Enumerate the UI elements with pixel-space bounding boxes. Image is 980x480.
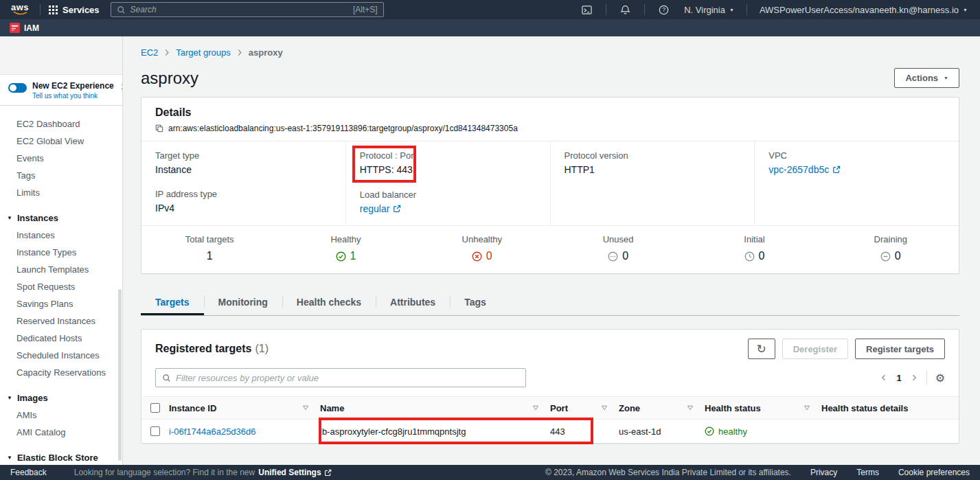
vpc-link[interactable]: vpc-2657db5c bbox=[768, 164, 841, 175]
favorite-iam-link[interactable]: IAM bbox=[10, 23, 39, 33]
sidebar-top-spacer bbox=[0, 36, 122, 74]
sort-icon[interactable] bbox=[532, 405, 539, 411]
select-all-checkbox[interactable] bbox=[150, 403, 160, 413]
help-button[interactable]: ? bbox=[653, 5, 674, 15]
tab-health-checks[interactable]: Health checks bbox=[282, 290, 376, 315]
cookie-preferences-link[interactable]: Cookie preferences bbox=[898, 468, 970, 477]
question-circle-icon: ? bbox=[659, 5, 669, 15]
tab-attributes[interactable]: Attributes bbox=[376, 290, 450, 315]
page-number[interactable]: 1 bbox=[896, 373, 901, 383]
actions-button-label: Actions bbox=[905, 73, 938, 83]
cloudshell-button[interactable] bbox=[576, 5, 597, 15]
privacy-link[interactable]: Privacy bbox=[810, 468, 837, 477]
refresh-button[interactable]: ↻ bbox=[748, 339, 775, 359]
column-header-instance-id[interactable]: Instance ID bbox=[169, 403, 320, 413]
stat-draining-value: 0 bbox=[895, 251, 901, 262]
row-checkbox[interactable] bbox=[150, 426, 160, 436]
target-health-cell: healthy bbox=[705, 426, 821, 437]
tab-tags[interactable]: Tags bbox=[450, 290, 501, 315]
protocol-port-label: Protocol : Port bbox=[360, 150, 416, 161]
table-settings-button[interactable]: ⚙ bbox=[935, 372, 945, 385]
sort-icon[interactable] bbox=[601, 405, 608, 411]
sidebar-item-instances[interactable]: Instances bbox=[0, 227, 122, 244]
new-experience-feedback-link[interactable]: Tell us what you think bbox=[32, 92, 114, 100]
sidebar-item-scheduled-instances[interactable]: Scheduled Instances bbox=[0, 347, 122, 364]
sidebar-item-reserved-instances[interactable]: Reserved Instances bbox=[0, 312, 122, 330]
tab-targets[interactable]: Targets bbox=[141, 290, 204, 315]
sidebar-item-amis[interactable]: AMIs bbox=[0, 407, 122, 424]
load-balancer-link[interactable]: regular bbox=[360, 203, 402, 214]
stat-total-value: 1 bbox=[207, 251, 213, 262]
sidebar-item-spot-requests[interactable]: Spot Requests bbox=[0, 278, 122, 295]
unified-settings-link[interactable]: Unified Settings bbox=[258, 468, 331, 477]
deregister-button[interactable]: Deregister bbox=[782, 339, 848, 359]
sidebar-item-ami-catalog[interactable]: AMI Catalog bbox=[0, 424, 122, 441]
chevron-right-icon bbox=[910, 374, 918, 382]
new-experience-banner: New EC2 Experience Tell us what you thin… bbox=[0, 74, 122, 106]
new-experience-toggle[interactable] bbox=[8, 83, 27, 93]
stat-draining: Draining 0 bbox=[823, 234, 959, 262]
sidebar-item-launch-templates[interactable]: Launch Templates bbox=[0, 261, 122, 278]
account-label: AWSPowerUserAccess/navaneeth.kn@harness.… bbox=[760, 5, 959, 15]
table-header-row: Instance ID Name Port Zone bbox=[141, 397, 959, 420]
breadcrumb-target-groups-link[interactable]: Target groups bbox=[176, 47, 231, 58]
column-header-zone[interactable]: Zone bbox=[619, 403, 705, 413]
favorites-bar: IAM bbox=[0, 19, 980, 36]
column-header-name[interactable]: Name bbox=[320, 403, 550, 413]
next-page-button[interactable] bbox=[910, 374, 918, 382]
sidebar-item-tags[interactable]: Tags bbox=[0, 167, 122, 184]
target-name-cell: lb-asproxytyler-cfcg8jru1tmmqpntsjtg bbox=[320, 426, 550, 437]
sidebar-section-images[interactable]: ▼ Images bbox=[0, 389, 122, 407]
details-column-2: Protocol : Port HTTPS: 443 Load balancer… bbox=[345, 141, 550, 225]
register-targets-button[interactable]: Register targets bbox=[855, 339, 945, 359]
external-link-icon bbox=[393, 205, 401, 213]
search-input[interactable] bbox=[130, 5, 348, 14]
target-type-value: Instance bbox=[155, 164, 332, 175]
sidebar-item-dedicated-hosts[interactable]: Dedicated Hosts bbox=[0, 330, 122, 347]
sort-icon[interactable] bbox=[804, 405, 810, 411]
nav-divider bbox=[606, 4, 606, 15]
instance-id-link[interactable]: i-06f1744a6a25d36d6 bbox=[169, 426, 256, 437]
search-icon bbox=[162, 374, 171, 382]
registered-targets-title: Registered targets bbox=[155, 343, 252, 355]
target-group-arn: arn:aws:elasticloadbalancing:us-east-1:3… bbox=[168, 124, 518, 133]
sidebar-item-capacity-reservations[interactable]: Capacity Reservations bbox=[0, 364, 122, 381]
region-selector[interactable]: N. Virginia ▼ bbox=[680, 5, 738, 15]
filter-input[interactable] bbox=[176, 373, 519, 383]
ellipsis-circle-icon bbox=[608, 251, 618, 262]
close-icon[interactable]: × bbox=[119, 81, 123, 93]
sidebar-item-limits[interactable]: Limits bbox=[0, 184, 122, 201]
filter-box[interactable] bbox=[155, 368, 526, 387]
stat-unused-label: Unused bbox=[550, 234, 686, 244]
stat-unused: Unused 0 bbox=[550, 234, 686, 262]
account-menu[interactable]: AWSPowerUserAccess/navaneeth.kn@harness.… bbox=[755, 5, 972, 15]
protocol-version-value: HTTP1 bbox=[565, 164, 741, 175]
sidebar-item-instance-types[interactable]: Instance Types bbox=[0, 244, 122, 261]
stat-initial-label: Initial bbox=[686, 234, 822, 244]
column-header-health-status[interactable]: Health status bbox=[705, 403, 821, 413]
global-search-box[interactable]: [Alt+S] bbox=[111, 2, 384, 17]
breadcrumb-current: asproxy bbox=[249, 47, 283, 58]
sidebar-section-instances[interactable]: ▼ Instances bbox=[0, 209, 122, 227]
grid-icon bbox=[49, 5, 58, 14]
column-header-port[interactable]: Port bbox=[550, 403, 619, 413]
sidebar-section-images-label: Images bbox=[17, 393, 48, 403]
sidebar-item-savings-plans[interactable]: Savings Plans bbox=[0, 295, 122, 312]
sort-icon[interactable] bbox=[687, 405, 694, 411]
notifications-button[interactable] bbox=[615, 5, 636, 15]
services-menu-button[interactable]: Services bbox=[49, 5, 100, 15]
previous-page-button[interactable] bbox=[880, 374, 888, 382]
breadcrumb-ec2-link[interactable]: EC2 bbox=[141, 47, 158, 58]
tab-monitoring[interactable]: Monitoring bbox=[204, 290, 282, 315]
aws-logo[interactable]: aws bbox=[11, 3, 29, 16]
sidebar-item-ec2-global-view[interactable]: EC2 Global View bbox=[0, 133, 122, 150]
sidebar-scrollbar[interactable] bbox=[118, 289, 122, 461]
terms-link[interactable]: Terms bbox=[856, 468, 879, 477]
sidebar-section-elastic-block-store[interactable]: ▼ Elastic Block Store bbox=[0, 449, 122, 465]
actions-button[interactable]: Actions ▼ bbox=[894, 68, 959, 88]
sidebar-item-events[interactable]: Events bbox=[0, 150, 122, 167]
sort-icon[interactable] bbox=[302, 405, 309, 411]
feedback-link[interactable]: Feedback bbox=[10, 468, 47, 477]
copy-arn-button[interactable] bbox=[155, 124, 163, 133]
sidebar-item-ec2-dashboard[interactable]: EC2 Dashboard bbox=[0, 115, 122, 133]
